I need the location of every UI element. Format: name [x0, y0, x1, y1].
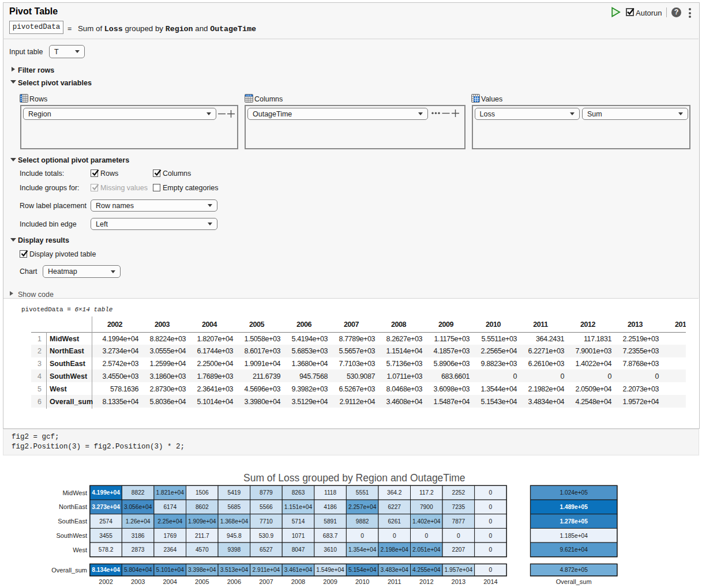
svg-text:0: 0 — [489, 504, 493, 510]
svg-text:1.549e+04: 1.549e+04 — [316, 567, 344, 573]
svg-text:211.7: 211.7 — [195, 533, 209, 539]
svg-text:8779: 8779 — [260, 489, 273, 496]
svg-text:4.872e+05: 4.872e+05 — [560, 567, 588, 573]
svg-text:2008: 2008 — [291, 578, 305, 585]
svg-text:6527: 6527 — [260, 546, 273, 553]
svg-text:1.402e+04: 1.402e+04 — [412, 518, 441, 525]
svg-text:1.024e+05: 1.024e+05 — [560, 489, 588, 496]
svg-text:364.2: 364.2 — [387, 489, 402, 496]
svg-text:2005: 2005 — [195, 578, 209, 585]
svg-text:8.134e+04: 8.134e+04 — [92, 567, 120, 573]
svg-text:2012: 2012 — [419, 578, 433, 585]
svg-text:2007: 2007 — [259, 578, 273, 585]
svg-text:3186: 3186 — [132, 533, 145, 539]
svg-text:2574: 2574 — [99, 518, 112, 525]
svg-text:0: 0 — [393, 533, 396, 539]
svg-text:1.26e+04: 1.26e+04 — [126, 518, 151, 525]
svg-text:1.489e+05: 1.489e+05 — [560, 504, 588, 510]
svg-text:9.621e+04: 9.621e+04 — [560, 546, 588, 553]
svg-text:2.051e+04: 2.051e+04 — [412, 546, 441, 553]
svg-text:2873: 2873 — [132, 546, 145, 553]
svg-text:2003: 2003 — [131, 578, 145, 585]
svg-text:3.483e+04: 3.483e+04 — [380, 567, 408, 573]
svg-text:4186: 4186 — [324, 504, 337, 510]
svg-text:2.198e+04: 2.198e+04 — [380, 546, 408, 553]
svg-text:6227: 6227 — [388, 504, 401, 510]
svg-text:683.7: 683.7 — [323, 533, 338, 539]
svg-text:Overall_sum: Overall_sum — [51, 567, 87, 574]
svg-text:1.354e+04: 1.354e+04 — [348, 546, 377, 553]
svg-text:5419: 5419 — [228, 489, 241, 496]
svg-text:2.911e+04: 2.911e+04 — [253, 567, 280, 573]
svg-text:0: 0 — [457, 533, 460, 539]
svg-text:3.273e+04: 3.273e+04 — [92, 504, 120, 510]
svg-text:3455: 3455 — [99, 533, 112, 539]
svg-text:117.2: 117.2 — [419, 489, 434, 496]
svg-text:1.185e+04: 1.185e+04 — [560, 533, 588, 539]
svg-text:6174: 6174 — [163, 504, 177, 510]
svg-text:0: 0 — [489, 533, 493, 539]
svg-text:4.199e+04: 4.199e+04 — [92, 489, 120, 496]
svg-text:2006: 2006 — [227, 578, 241, 585]
svg-text:2.25e+04: 2.25e+04 — [157, 518, 182, 525]
svg-text:8047: 8047 — [292, 546, 305, 553]
svg-text:5.101e+04: 5.101e+04 — [156, 567, 185, 573]
svg-text:2.257e+04: 2.257e+04 — [348, 504, 377, 510]
svg-text:2010: 2010 — [355, 578, 369, 585]
svg-text:SouthWest: SouthWest — [56, 532, 87, 539]
svg-text:3.398e+04: 3.398e+04 — [188, 567, 216, 573]
svg-text:0: 0 — [489, 518, 493, 525]
svg-text:2002: 2002 — [99, 578, 112, 585]
svg-text:8263: 8263 — [292, 489, 305, 496]
svg-text:5566: 5566 — [260, 504, 273, 510]
svg-text:578.2: 578.2 — [99, 546, 114, 553]
svg-text:5685: 5685 — [228, 504, 241, 510]
svg-text:2252: 2252 — [452, 489, 466, 496]
svg-text:0: 0 — [489, 567, 493, 573]
svg-text:5714: 5714 — [292, 518, 305, 525]
svg-text:1.821e+04: 1.821e+04 — [156, 489, 185, 496]
svg-text:1.909e+04: 1.909e+04 — [188, 518, 216, 525]
svg-text:West: West — [73, 546, 87, 553]
svg-text:0: 0 — [361, 533, 364, 539]
svg-text:4.255e+04: 4.255e+04 — [412, 567, 441, 573]
svg-text:5551: 5551 — [356, 489, 369, 496]
svg-text:0: 0 — [489, 546, 493, 553]
svg-text:NorthEast: NorthEast — [59, 503, 87, 510]
svg-text:1.368e+04: 1.368e+04 — [220, 518, 249, 525]
svg-text:1.957e+04: 1.957e+04 — [445, 567, 473, 573]
svg-text:530.9: 530.9 — [259, 533, 274, 539]
svg-text:1769: 1769 — [163, 533, 177, 539]
svg-text:7900: 7900 — [420, 504, 433, 510]
svg-text:3.461e+04: 3.461e+04 — [284, 567, 313, 573]
svg-text:5891: 5891 — [324, 518, 337, 525]
svg-text:0: 0 — [425, 533, 428, 539]
svg-text:1.151e+04: 1.151e+04 — [284, 504, 313, 510]
svg-text:5.154e+04: 5.154e+04 — [348, 567, 377, 573]
svg-text:6261: 6261 — [388, 518, 401, 525]
svg-text:4570: 4570 — [196, 546, 209, 553]
svg-text:1.278e+05: 1.278e+05 — [560, 518, 588, 525]
svg-text:2364: 2364 — [163, 546, 177, 553]
svg-text:7235: 7235 — [452, 504, 466, 510]
svg-text:0: 0 — [489, 489, 493, 496]
svg-text:8822: 8822 — [132, 489, 145, 496]
svg-text:3.056e+04: 3.056e+04 — [124, 504, 152, 510]
svg-text:1506: 1506 — [196, 489, 209, 496]
svg-text:1118: 1118 — [324, 489, 336, 496]
svg-text:945.8: 945.8 — [227, 533, 242, 539]
svg-text:2009: 2009 — [323, 578, 337, 585]
svg-text:3610: 3610 — [324, 546, 337, 553]
svg-text:2013: 2013 — [452, 578, 466, 585]
svg-text:5.804e+04: 5.804e+04 — [124, 567, 152, 573]
svg-text:1071: 1071 — [292, 533, 305, 539]
svg-text:8602: 8602 — [196, 504, 209, 510]
svg-text:9882: 9882 — [356, 518, 369, 525]
svg-text:2207: 2207 — [452, 546, 466, 553]
svg-text:9398: 9398 — [228, 546, 241, 553]
svg-text:SouthEast: SouthEast — [58, 518, 87, 525]
svg-text:3.513e+04: 3.513e+04 — [220, 567, 249, 573]
svg-text:Overall_sum: Overall_sum — [556, 578, 592, 585]
svg-text:2004: 2004 — [163, 578, 177, 585]
svg-text:2011: 2011 — [388, 578, 401, 585]
